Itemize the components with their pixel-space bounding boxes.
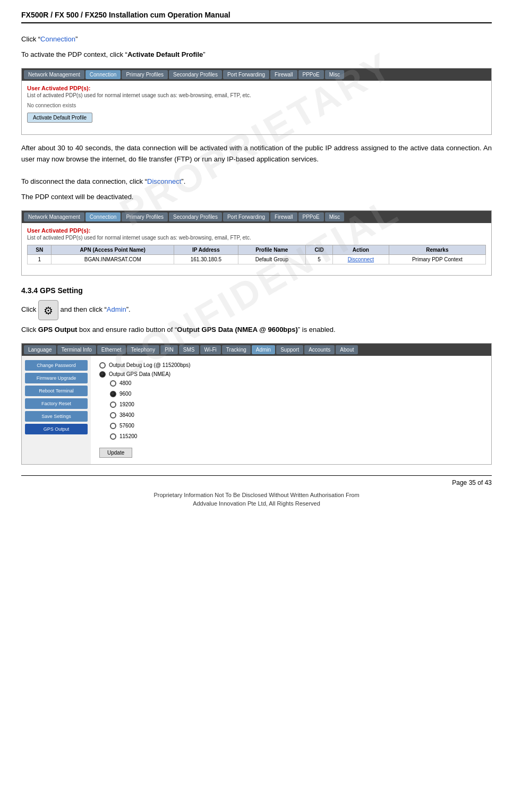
gps-main-panel: Output Debug Log (@ 115200bps) Output GP… — [91, 356, 491, 464]
page-title: FX500R / FX 500 / FX250 Installation cum… — [21, 11, 492, 23]
cell-profile: Default Group — [238, 255, 305, 264]
disconnect-link-text[interactable]: Disconnect — [147, 177, 181, 185]
screenshot1-body: User Activated PDP(s): List of activated… — [22, 81, 491, 134]
radio-debug-log: Output Debug Log (@ 115200bps) — [99, 362, 483, 369]
nav-connection-1[interactable]: Connection — [85, 70, 121, 79]
sidebar-gps-output[interactable]: GPS Output — [25, 424, 88, 434]
doc-footer: Proprietary Information Not To Be Disclo… — [21, 491, 492, 508]
settings-icon[interactable]: ⚙ — [38, 300, 58, 320]
nav-secondary-profiles-1[interactable]: Secondary Profiles — [169, 70, 222, 79]
freq-115200-label: 115200 — [119, 433, 137, 439]
gps-nav-sms[interactable]: SMS — [179, 345, 199, 354]
freq-19200: 19200 — [110, 401, 483, 408]
nav-primary-profiles-1[interactable]: Primary Profiles — [122, 70, 168, 79]
radio-debug-log-label: Output Debug Log (@ 115200bps) — [109, 362, 191, 368]
freq-4800-label: 4800 — [119, 380, 131, 386]
activate-default-profile-btn[interactable]: Activate Default Profile — [27, 113, 92, 123]
freq-57600-circle[interactable] — [110, 423, 116, 429]
cell-apn: BGAN.INMARSAT.COM — [52, 255, 174, 264]
freq-19200-circle[interactable] — [110, 401, 116, 408]
click-label: Click — [21, 306, 36, 314]
frequency-options: 4800 9600 19200 38400 57600 — [110, 380, 483, 442]
freq-19200-label: 19200 — [119, 401, 134, 407]
after-connection-paragraph: After about 30 to 40 seconds, the data c… — [21, 142, 492, 165]
sidebar-factory-reset[interactable]: Factory Reset — [25, 398, 88, 409]
col-cid: CID — [305, 245, 332, 255]
radio-debug-log-circle[interactable] — [99, 362, 106, 369]
sidebar-change-password[interactable]: Change Password — [25, 360, 88, 371]
nav-network-mgmt-2[interactable]: Network Management — [24, 212, 84, 221]
screenshot2-body: User Activated PDP(s): List of activated… — [22, 223, 491, 275]
gps-nav-about[interactable]: About — [336, 345, 358, 354]
col-ip: IP Address — [174, 245, 238, 255]
nav-port-forwarding-1[interactable]: Port Forwarding — [223, 70, 269, 79]
nav-primary-profiles-2[interactable]: Primary Profiles — [122, 212, 168, 221]
gps-nav-accounts[interactable]: Accounts — [304, 345, 335, 354]
gps-nav-pin[interactable]: PIN — [160, 345, 178, 354]
nav-pppoe-2[interactable]: PPPoE — [298, 212, 324, 221]
connection-link[interactable]: Connection — [40, 35, 75, 43]
table-row: 1 BGAN.INMARSAT.COM 161.30.180.5 Default… — [28, 255, 486, 264]
ss1-subtitle: List of activated PDP(s) used for normal… — [27, 92, 486, 98]
col-remarks: Remarks — [389, 245, 485, 255]
gps-nav-tracking[interactable]: Tracking — [222, 345, 251, 354]
freq-57600: 57600 — [110, 423, 483, 429]
disconnect-action-link[interactable]: Disconnect — [348, 257, 374, 262]
gps-nav-language[interactable]: Language — [24, 345, 56, 354]
cell-sn: 1 — [28, 255, 52, 264]
freq-38400-label: 38400 — [119, 412, 134, 418]
admin-link[interactable]: Admin — [107, 306, 126, 314]
gps-nav-ethernet[interactable]: Ethernet — [97, 345, 126, 354]
gps-sidebar: Change Password Firmware Upgrade Reboot … — [22, 356, 91, 464]
sidebar-firmware-upgrade[interactable]: Firmware Upgrade — [25, 373, 88, 383]
disconnect-instruction: To disconnect the data connection, click… — [21, 176, 492, 187]
activate-instruction: To activate the PDP context, click “Acti… — [21, 49, 492, 61]
nav-bar-2: Network Management Connection Primary Pr… — [22, 211, 491, 223]
gps-nav-admin[interactable]: Admin — [252, 345, 275, 354]
nav-secondary-profiles-2[interactable]: Secondary Profiles — [169, 212, 222, 221]
nav-bar-1: Network Management Connection Primary Pr… — [22, 69, 491, 81]
freq-9600-circle[interactable] — [110, 391, 116, 397]
gps-nav-wifi[interactable]: Wi-Fi — [200, 345, 221, 354]
gps-nav-terminal-info[interactable]: Terminal Info — [57, 345, 96, 354]
screenshot-connection-empty: Network Management Connection Primary Pr… — [21, 68, 492, 135]
ss2-title: User Activated PDP(s): — [27, 227, 486, 234]
pdp-deactivated-text: The PDP context will be deactivated. — [21, 192, 492, 203]
col-sn: SN — [28, 245, 52, 255]
nav-firewall-1[interactable]: Firewall — [270, 70, 297, 79]
nav-network-mgmt-1[interactable]: Network Management — [24, 70, 84, 79]
radio-gps-data-circle[interactable] — [99, 371, 106, 378]
ss1-title: User Activated PDP(s): — [27, 85, 486, 91]
gps-nav-telephony[interactable]: Telephony — [127, 345, 160, 354]
screenshot-gps: Language Terminal Info Ethernet Telephon… — [21, 343, 492, 465]
and-then-admin-text: and then click “Admin”. — [60, 306, 130, 314]
pdp-table: SN APN (Access Point Name) IP Address Pr… — [27, 245, 486, 264]
section-4-3-4-heading: 4.3.4 GPS Setting — [21, 286, 492, 295]
nav-misc-2[interactable]: Misc — [325, 212, 345, 221]
gps-content: Change Password Firmware Upgrade Reboot … — [22, 356, 491, 464]
footer-line2: Addvalue Innovation Pte Ltd, All Rights … — [193, 500, 320, 507]
freq-38400-circle[interactable] — [110, 412, 116, 418]
col-apn: APN (Access Point Name) — [52, 245, 174, 255]
nav-port-forwarding-2[interactable]: Port Forwarding — [223, 212, 269, 221]
col-profile: Profile Name — [238, 245, 305, 255]
sidebar-reboot-terminal[interactable]: Reboot Terminal — [25, 386, 88, 396]
update-button[interactable]: Update — [99, 448, 132, 458]
nav-firewall-2[interactable]: Firewall — [270, 212, 297, 221]
footer-line1: Proprietary Information Not To Be Disclo… — [153, 492, 359, 498]
nav-misc-1[interactable]: Misc — [325, 70, 345, 79]
ss2-subtitle: List of activated PDP(s) used for normal… — [27, 235, 486, 241]
settings-click-row: Click ⚙ and then click “Admin”. — [21, 300, 492, 320]
freq-4800-circle[interactable] — [110, 380, 116, 387]
freq-115200-circle[interactable] — [110, 433, 116, 440]
nav-connection-2[interactable]: Connection — [85, 212, 121, 221]
freq-9600: 9600 — [110, 391, 483, 397]
gps-output-instruction: Click GPS Output box and ensure radio bu… — [21, 324, 492, 336]
freq-4800: 4800 — [110, 380, 483, 387]
cell-action[interactable]: Disconnect — [333, 255, 389, 264]
gps-nav-support[interactable]: Support — [276, 345, 303, 354]
sidebar-save-settings[interactable]: Save Settings — [25, 411, 88, 422]
nav-pppoe-1[interactable]: PPPoE — [298, 70, 324, 79]
screenshot-connection-active: Network Management Connection Primary Pr… — [21, 210, 492, 276]
radio-gps-data-label: Output GPS Data (NMEA) — [109, 371, 170, 377]
